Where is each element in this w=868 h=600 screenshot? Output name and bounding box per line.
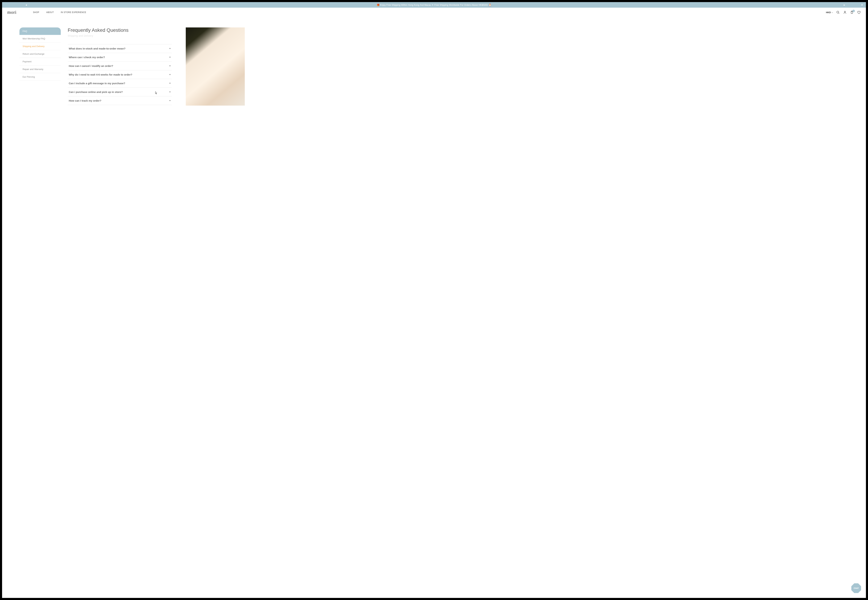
wishlist-icon[interactable] — [857, 11, 861, 14]
chevron-down-icon — [169, 57, 171, 58]
chevron-down-icon — [169, 74, 171, 75]
chevron-down-icon — [169, 48, 171, 49]
faq-question: Can I include a gift message in my purch… — [69, 82, 125, 85]
faq-sidebar: FAQ Mori Membership FAQ Shipping and Del… — [20, 27, 61, 591]
announce-text: 🎁 Enjoy Free Shipping Within Hong Kong A… — [377, 4, 491, 6]
faq-question: How can I cancel / modify an order? — [69, 64, 113, 67]
announce-close-icon[interactable]: ✕ — [861, 3, 863, 7]
faq-main: Frequently Asked Questions Shipping and … — [68, 27, 172, 591]
svg-point-0 — [837, 11, 839, 13]
announce-prev-icon[interactable]: ◀ — [26, 4, 27, 6]
chevron-down-icon — [169, 65, 171, 67]
announce-next-icon[interactable]: ▶ — [844, 4, 845, 6]
faq-question: Why do I need to wait 4-6 weeks for made… — [69, 73, 132, 76]
sidebar-item-ear-piercing[interactable]: Ear Piercing — [20, 73, 61, 81]
page-content: FAQ Mori Membership FAQ Shipping and Del… — [2, 17, 866, 598]
chat-label: CHAT — [854, 587, 859, 589]
search-icon[interactable] — [836, 11, 840, 14]
faq-item-check-order[interactable]: Where can i check my order? — [68, 53, 172, 62]
faq-image-column — [186, 27, 245, 591]
faq-item-pickup[interactable]: Can i purchase online and pick up in sto… — [68, 88, 172, 96]
currency-selector[interactable]: HKD ⌄ — [826, 11, 833, 14]
sidebar-item-label: Return and Exchange — [23, 53, 44, 55]
sidebar-item-return[interactable]: Return and Exchange — [20, 50, 61, 58]
currency-label: HKD — [826, 11, 831, 14]
chevron-down-icon — [169, 83, 171, 84]
faq-item-cancel-modify[interactable]: How can I cancel / modify an order? — [68, 62, 172, 70]
chevron-down-icon: ⌄ — [832, 11, 833, 13]
account-icon[interactable] — [843, 11, 847, 14]
nav-shop[interactable]: SHOP — [33, 11, 39, 14]
faq-accordion: What does in-stock and made-to-order mea… — [68, 44, 172, 105]
cart-count-badge: 0 — [852, 10, 855, 12]
faq-question: How can I track my order? — [69, 99, 101, 102]
faq-question: Can i purchase online and pick up in sto… — [69, 91, 123, 94]
sidebar-item-payment[interactable]: Payment — [20, 58, 61, 65]
sidebar-item-faq[interactable]: FAQ — [20, 27, 61, 35]
chevron-down-icon — [169, 100, 171, 101]
svg-line-1 — [838, 13, 839, 14]
svg-point-2 — [844, 11, 845, 12]
nav-instore[interactable]: IN STORE EXPERIENCE — [61, 11, 86, 14]
sidebar-item-label: Mori Membership FAQ — [23, 37, 45, 40]
app-window: ◀ 🎁 Enjoy Free Shipping Within Hong Kong… — [2, 2, 866, 598]
header-right: HKD ⌄ 0 — [826, 11, 861, 14]
site-logo[interactable]: mori — [7, 10, 17, 15]
site-header: mori SHOP ABOUT IN STORE EXPERIENCE HKD … — [2, 8, 866, 17]
faq-question: Where can i check my order? — [69, 56, 105, 59]
sidebar-item-label: Payment — [23, 60, 32, 63]
sidebar-item-label: Ear Piercing — [23, 76, 35, 78]
faq-item-track-order[interactable]: How can I track my order? — [68, 96, 172, 105]
page-subtitle: Shipping and Delivery — [68, 34, 172, 37]
sidebar-item-label: Repair and Warranty — [23, 68, 43, 71]
sidebar-item-label: Shipping and Delivery — [23, 45, 44, 48]
page-title: Frequently Asked Questions — [68, 27, 172, 33]
sidebar-item-shipping[interactable]: Shipping and Delivery — [20, 42, 61, 50]
faq-question: What does in-stock and made-to-order mea… — [69, 47, 126, 50]
faq-hero-image — [186, 27, 245, 106]
chevron-down-icon — [169, 91, 171, 92]
cart-icon[interactable]: 0 — [850, 11, 854, 14]
sidebar-item-repair[interactable]: Repair and Warranty — [20, 65, 61, 73]
sidebar-item-membership[interactable]: Mori Membership FAQ — [20, 35, 61, 42]
main-nav: SHOP ABOUT IN STORE EXPERIENCE — [33, 11, 86, 14]
sidebar-item-label: FAQ — [23, 30, 27, 32]
faq-item-instock[interactable]: What does in-stock and made-to-order mea… — [68, 44, 172, 53]
nav-about[interactable]: ABOUT — [46, 11, 54, 14]
faq-item-wait-time[interactable]: Why do I need to wait 4-6 weeks for made… — [68, 70, 172, 79]
announcement-bar: ◀ 🎁 Enjoy Free Shipping Within Hong Kong… — [2, 2, 866, 8]
faq-item-gift-message[interactable]: Can I include a gift message in my purch… — [68, 79, 172, 88]
